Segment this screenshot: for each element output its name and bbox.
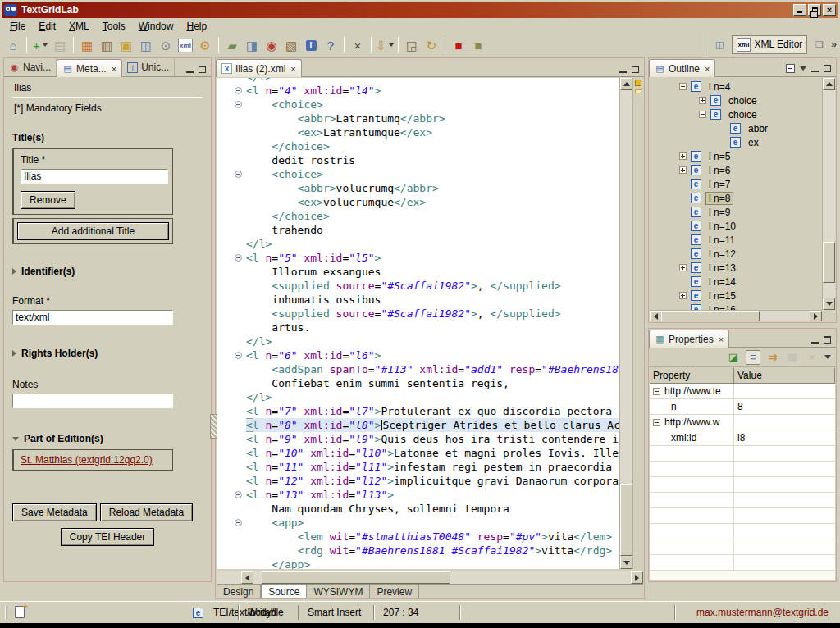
save-icon[interactable]: ▤ <box>50 35 70 55</box>
fold-collapse-icon[interactable] <box>235 101 242 108</box>
fold-collapse-icon[interactable] <box>235 87 242 94</box>
home-icon[interactable]: ⌂ <box>3 35 23 55</box>
twistie-collapsed-icon[interactable] <box>12 350 16 357</box>
editor-tab[interactable]: X Ilias (2).xml × <box>216 59 302 77</box>
tab-metadata[interactable]: ▤ Meta... × <box>57 59 122 77</box>
property-row[interactable]: n8 <box>650 399 835 415</box>
editor-line[interactable]: <lem wit="#stmatthiasT0048" resp="#pv">v… <box>217 530 619 544</box>
save-metadata-button[interactable]: Save Metadata <box>12 503 97 521</box>
maximize-view-icon[interactable] <box>632 66 639 73</box>
info-icon[interactable]: i <box>301 35 321 55</box>
property-row[interactable] <box>650 524 835 539</box>
editor-line[interactable]: trahendo <box>217 223 619 237</box>
minimize-view-icon[interactable] <box>619 66 627 73</box>
show-categories-icon[interactable]: ≡ <box>746 350 760 365</box>
add-title-button[interactable]: Add additional Title <box>17 222 169 240</box>
user-admin-icon[interactable]: ⚙ <box>195 35 215 55</box>
view-menu-icon[interactable] <box>800 66 806 71</box>
source-editor-area[interactable]: </l><l n="4" xml:id="l4"> <choice> <abbr… <box>217 78 643 569</box>
scroll-left-button[interactable] <box>650 311 662 321</box>
fold-collapse-icon[interactable] <box>235 519 242 526</box>
scrollbar-thumb[interactable] <box>262 571 450 584</box>
outline-item[interactable]: el n=9 <box>650 205 822 219</box>
scroll-up-button[interactable] <box>823 78 835 90</box>
menu-file[interactable]: File <box>3 20 32 34</box>
editor-line[interactable]: <app> <box>217 516 619 530</box>
mode-tab-preview[interactable]: Preview <box>370 585 419 598</box>
close-tab-icon[interactable]: × <box>705 64 710 74</box>
twistie-expanded-icon[interactable] <box>12 437 19 441</box>
dropdown-arrow-icon[interactable] <box>43 43 48 47</box>
editor-line[interactable]: <l n="11" xml:id="l11">infestam regi pes… <box>217 460 619 474</box>
editor-line[interactable]: Confiebat enim summi sententia regis, <box>217 376 619 390</box>
scroll-right-button[interactable] <box>631 571 643 584</box>
outline-item[interactable]: el n=8 <box>650 191 822 205</box>
menu-tools[interactable]: Tools <box>96 20 132 34</box>
editor-line[interactable]: </l> <box>217 237 619 251</box>
text-editor-icon[interactable]: ▰ <box>222 35 242 55</box>
menu-help[interactable]: Help <box>180 20 213 34</box>
remove-title-button[interactable]: Remove <box>21 191 75 209</box>
twistie-collapsed-icon[interactable] <box>12 268 16 275</box>
editor-line[interactable]: <choice> <box>217 98 619 111</box>
editor-line[interactable]: </l> <box>217 390 619 404</box>
annotation-marker[interactable] <box>635 89 641 93</box>
open-perspective-button[interactable]: ◫ <box>710 38 729 52</box>
close-editor-tab-icon[interactable]: × <box>290 64 295 74</box>
outline-horizontal-scrollbar[interactable] <box>650 310 822 321</box>
editor-line[interactable]: <l n="12" xml:id="l12">implicuitque grav… <box>217 474 619 488</box>
maximize-view-icon[interactable] <box>199 66 206 73</box>
perspective-overflow-chevron[interactable]: » <box>831 39 837 50</box>
outline-item[interactable]: eabbr <box>650 121 822 135</box>
scroll-down-button[interactable] <box>823 298 835 310</box>
outline-item[interactable]: el n=14 <box>650 275 822 289</box>
annotation-marker[interactable] <box>635 80 641 86</box>
maximize-view-icon[interactable] <box>824 65 831 72</box>
tree-expand-icon[interactable] <box>679 166 687 174</box>
column-header-value[interactable]: Value <box>734 368 835 383</box>
minimize-view-icon[interactable] <box>811 336 819 344</box>
fold-collapse-icon[interactable] <box>235 254 242 262</box>
tree-collapse-icon[interactable] <box>653 419 660 426</box>
publish-icon[interactable]: ◲ <box>402 35 422 55</box>
close-tab-icon[interactable]: × <box>719 334 724 344</box>
outline-item[interactable]: eex <box>650 135 822 149</box>
annotation-icon[interactable]: ▧ <box>281 35 301 55</box>
outline-item[interactable]: el n=11 <box>650 233 822 247</box>
xml-file-icon[interactable]: xml <box>176 35 195 55</box>
property-row[interactable]: http://www.w <box>650 415 835 430</box>
title-input[interactable] <box>21 169 168 184</box>
outline-vertical-scrollbar[interactable] <box>822 78 835 310</box>
overview-ruler[interactable] <box>632 78 643 569</box>
scroll-down-button[interactable] <box>620 557 632 569</box>
editor-line[interactable]: dedit rostris <box>217 153 619 167</box>
outline-item[interactable]: echoice <box>650 93 822 107</box>
editor-line[interactable]: </choice> <box>217 139 619 153</box>
notes-input[interactable] <box>12 394 173 408</box>
scroll-right-button[interactable] <box>810 311 822 321</box>
fast-view-icon[interactable] <box>15 606 25 618</box>
property-row[interactable] <box>650 539 835 555</box>
editor-line[interactable]: </app> <box>217 557 619 569</box>
maximize-view-icon[interactable] <box>824 336 831 344</box>
property-row[interactable]: xml:idl8 <box>650 430 835 446</box>
reload-metadata-button[interactable]: Reload Metadata <box>100 503 193 521</box>
property-row[interactable] <box>650 493 835 508</box>
fast-view-grip[interactable] <box>5 606 7 619</box>
rights-section-heading[interactable]: Rights Holder(s) <box>12 348 203 359</box>
scrollbar-thumb[interactable] <box>620 484 632 556</box>
scroll-left-button[interactable] <box>241 571 253 584</box>
property-row[interactable] <box>650 446 835 462</box>
tab-outline[interactable]: ▤ Outline × <box>649 59 715 77</box>
menu-window[interactable]: Window <box>132 20 180 34</box>
close-tab-icon[interactable]: × <box>112 64 116 74</box>
outline-item[interactable]: el n=15 <box>650 289 822 303</box>
column-header-property[interactable]: Property <box>650 368 734 383</box>
dropdown-arrow-icon[interactable] <box>389 43 394 47</box>
help-icon[interactable]: ? <box>321 35 340 55</box>
editor-line[interactable]: <supplied source="#Scaffai1982">, </supp… <box>217 279 619 293</box>
gallery-icon[interactable]: ▦ <box>77 35 97 55</box>
outline-item[interactable]: el n=4 <box>650 80 822 93</box>
tree-collapse-icon[interactable] <box>653 388 660 395</box>
editor-line[interactable]: <supplied source="#Scaffai1982">, </supp… <box>217 307 619 321</box>
